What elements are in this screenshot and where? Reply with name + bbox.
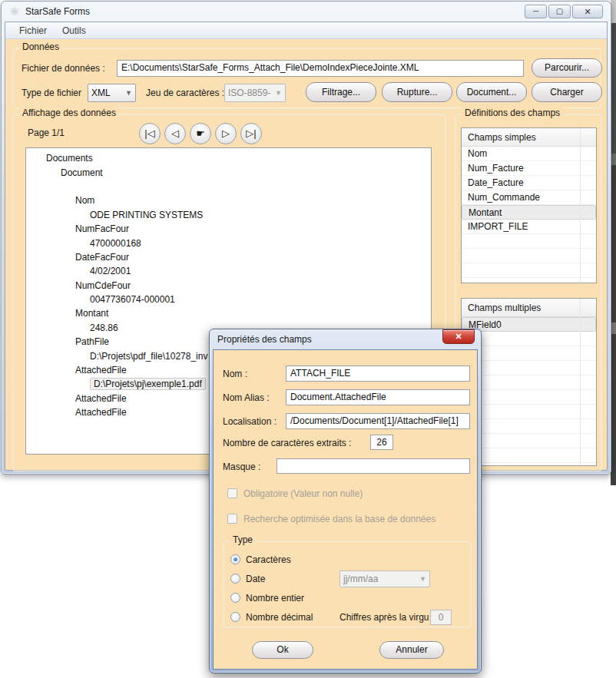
ok-button[interactable]: Ok [252,641,313,659]
charger-button[interactable]: Charger [532,82,602,102]
chevron-down-icon: ▼ [273,89,282,97]
previous-page-button[interactable]: ◁ [164,123,186,144]
parcourir-button[interactable]: Parcourir... [532,58,602,78]
list-item[interactable]: Num_Facture [462,161,596,176]
list-item[interactable]: Date_Facture [462,176,596,190]
type-fichier-select[interactable]: XML ▼ [88,84,136,102]
tree-node[interactable]: ODE PRINTING SYSTEMS [26,208,431,222]
list-item-empty[interactable] [462,405,596,419]
list-item-empty[interactable] [462,234,596,249]
background-window-edge [611,0,616,485]
nom-alias-input[interactable]: Document.AttachedFile [286,389,470,405]
app-sun-icon: ☀ [8,5,21,18]
list-item[interactable]: IMPORT_FILE [462,220,596,234]
tree-node[interactable]: Montant [26,306,431,320]
champs-multiples-header: Champs multiples [462,299,596,317]
date-format-select: jj/mm/aa ▼ [339,571,430,587]
tree-node[interactable]: 4700000168 [26,236,431,250]
rupture-button[interactable]: Rupture... [382,82,452,102]
localisation-input[interactable]: /Documents/Document[1]/AttachedFile[1] [286,413,470,429]
last-page-button[interactable]: ▷| [240,123,262,144]
nb-caracteres-input[interactable]: 26 [370,435,393,450]
tree-node[interactable]: DateFacFour [26,250,431,264]
list-column-separator [580,128,581,283]
fichier-donnees-label: Fichier de données : [22,63,105,74]
affichage-group-label: Affichage des données [19,107,119,118]
tree-node[interactable]: NumCdeFour [26,279,431,293]
first-page-button[interactable]: |◁ [139,123,161,144]
page-indicator: Page 1/1 [28,127,65,138]
nombre-entier-radio[interactable] [230,593,240,603]
fichier-donnees-input[interactable]: E:\Documents\StarSafe_Forms_Attach_File\… [117,60,524,77]
dialog-close-button[interactable]: ✕ [442,329,475,344]
definitions-group-label: Définitions des champs [462,107,563,118]
list-item-empty[interactable] [462,278,596,283]
tree-node[interactable] [26,180,431,193]
list-item-empty[interactable] [462,448,596,463]
list-item-empty[interactable] [462,361,596,375]
list-item-empty[interactable] [462,332,596,346]
next-page-button[interactable]: ▷ [215,123,237,144]
date-radio-label: Date [246,574,265,584]
menu-outils[interactable]: Outils [55,24,94,38]
list-item-empty[interactable] [462,263,596,278]
champs-simples-header: Champs simples [462,128,596,147]
list-item-empty[interactable] [462,434,596,448]
nom-input[interactable]: ATTACH_FILE [286,365,470,382]
tree-node[interactable]: Documents [26,151,431,165]
dialog-title: Propriétés des champs [217,334,312,345]
filtrage-button[interactable]: Filtrage... [306,82,376,102]
list-item[interactable]: MField0 [462,317,596,332]
document-button[interactable]: Document... [456,82,527,102]
dialog-title-bar[interactable]: Propriétés des champs [210,329,481,349]
menu-fichier[interactable]: Fichier [12,24,55,38]
type-fichier-value: XML [91,88,111,98]
localisation-label: Localisation : [223,416,283,427]
recherche-label: Recherche optimisée dans la base de donn… [243,514,436,524]
nombre-decimal-radio[interactable] [230,612,240,622]
masque-input[interactable] [277,458,470,474]
list-item[interactable]: Nom [462,147,596,161]
jeu-caracteres-select: ISO-8859-1 ▼ [224,84,286,102]
list-item-empty[interactable] [462,346,596,361]
tree-node[interactable]: 0047736074-000001 [26,293,431,306]
nom-alias-label: Nom Alias : [223,392,270,403]
minimize-button[interactable]: ─ [525,5,547,18]
list-column-separator [580,299,581,465]
tree-node-selected[interactable]: D:\Projets\pj\exemple1.pdf [90,378,206,390]
proprietes-dialog: Propriétés des champs ✕ Nom : ATTACH_FIL… [209,329,482,673]
goto-page-button[interactable]: ☛ [190,123,211,144]
list-item-empty[interactable] [462,419,596,434]
caracteres-radio[interactable] [230,554,240,564]
chiffres-virgule-input: 0 [430,610,452,625]
window-title: StarSafe Forms [25,6,90,17]
chiffres-virgule-label: Chiffres après la virgule [339,612,429,623]
champs-simples-list[interactable]: Champs simples NomNum_FactureDate_Factur… [461,127,597,283]
list-item-empty[interactable] [462,375,596,390]
type-group-label: Type [230,534,256,545]
type-fichier-label: Type de fichier [22,88,81,98]
tree-node[interactable]: 4/02/2001 [26,264,431,278]
screen: ☀ StarSafe Forms ─ ▢ ✕ Fichier Outils Do… [0,0,616,678]
maximize-button[interactable]: ▢ [548,5,571,18]
list-item[interactable]: Montant [462,205,596,220]
tree-node[interactable]: Nom [26,193,431,207]
dialog-body: Nom : ATTACH_FILE Nom Alias : Document.A… [213,349,478,670]
date-format-value: jj/mm/aa [343,574,378,584]
annuler-button[interactable]: Annuler [379,641,444,659]
obligatoire-checkbox [227,488,237,498]
obligatoire-label: Obligatoire (Valeur non nulle) [243,488,363,499]
list-item[interactable]: Num_Commande [462,190,596,205]
tree-node[interactable]: Document [26,165,431,179]
jeu-caracteres-label: Jeu de caractères : [146,88,224,98]
masque-label: Masque : [223,461,260,472]
list-item-empty[interactable] [462,390,596,405]
list-item-empty[interactable] [462,249,596,263]
donnees-group-label: Données [19,41,62,52]
nombre-decimal-radio-label: Nombre décimal [246,612,320,623]
menu-bar: Fichier Outils [5,22,607,39]
title-bar[interactable]: ☀ StarSafe Forms ─ ▢ ✕ [2,2,611,21]
close-button[interactable]: ✕ [572,5,603,18]
date-radio[interactable] [230,574,240,584]
tree-node[interactable]: NumFacFour [26,222,431,236]
